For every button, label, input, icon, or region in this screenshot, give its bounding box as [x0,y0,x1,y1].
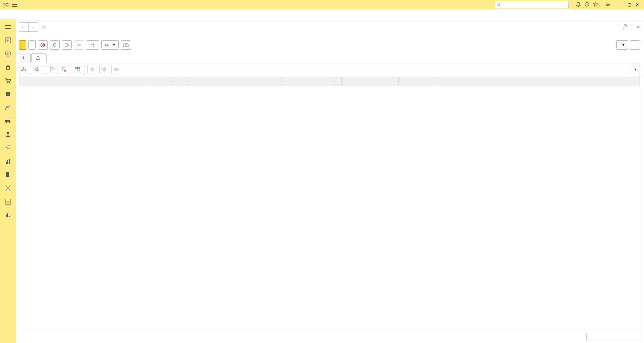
services-button[interactable]: ▸▸▾ [101,40,119,50]
doc-restrict-icon [62,67,66,72]
nav-forward-button[interactable]: → [29,23,38,31]
sub-more-button[interactable]: ▾ [629,65,640,74]
doc-restrict-button[interactable] [59,65,69,74]
svg-line-4 [499,5,500,6]
info-icon: i [23,55,24,60]
post-and-close-button[interactable] [19,40,26,50]
col-restrictions[interactable] [281,77,335,86]
col-center[interactable] [187,77,281,86]
close-page-button[interactable]: ✕ [637,25,640,29]
search-input[interactable] [502,3,567,7]
save-button[interactable] [28,40,36,50]
sidebar-currency-icon[interactable]: ₽ [3,36,13,45]
svg-rect-62 [25,70,26,71]
svg-point-14 [607,5,608,6]
doc-up-button[interactable] [47,65,57,74]
sidebar-cart-icon[interactable] [3,76,13,85]
col-document[interactable] [439,77,640,86]
attach-icon [77,43,81,47]
bell-icon[interactable] [576,2,581,8]
col-vising[interactable] [342,77,399,86]
svg-rect-47 [90,43,94,47]
refresh-data-button[interactable] [31,65,45,74]
sidebar-chart-icon[interactable] [3,103,13,112]
tab-info[interactable]: i [19,53,31,62]
structure-icon-button[interactable] [19,65,29,74]
col-stage[interactable] [150,77,174,86]
export-button[interactable] [62,40,72,50]
sidebar-ruble-icon[interactable]: ₽ [3,49,13,58]
svg-rect-36 [10,173,10,177]
svg-rect-65 [50,68,53,71]
svg-point-12 [606,2,607,3]
data-button[interactable] [71,65,85,74]
nav-back-button[interactable]: ← [19,23,29,31]
svg-rect-32 [6,162,7,164]
app-logo: 1C [3,2,9,7]
sidebar-grid-icon[interactable] [3,89,13,99]
svg-point-29 [6,122,7,123]
svg-rect-40 [7,213,8,217]
status-green-button[interactable] [87,65,97,74]
star-icon[interactable] [593,2,598,8]
camera-icon [123,43,129,47]
structure-table[interactable] [19,77,640,330]
sidebar-truck-icon[interactable] [3,116,13,126]
svg-point-22 [7,82,8,83]
main-menu-icon[interactable] [11,2,18,8]
inner-tabs: i [19,53,640,62]
view-mode-button[interactable] [86,40,99,50]
close-window-button[interactable]: ✕ [633,1,641,8]
sidebar-person-icon[interactable] [3,130,13,139]
help-button[interactable] [630,40,640,50]
favorite-star-icon[interactable]: ☆ [41,23,47,31]
last-modified-input[interactable] [586,333,640,340]
status-red-button[interactable] [99,65,109,74]
svg-point-51 [125,44,127,46]
svg-point-23 [9,82,10,83]
sidebar-dtikt-icon[interactable]: ДтКт [3,143,13,153]
sidebar-star-badge-icon[interactable] [3,197,13,206]
settings-icon[interactable] [605,2,610,8]
col-extra[interactable] [174,77,187,86]
svg-point-5 [578,6,579,7]
history-icon[interactable] [584,2,590,8]
svg-point-30 [9,122,10,123]
play-icon: ▸▸ [105,43,109,47]
kebab-icon[interactable]: ⋮ [630,25,634,29]
attach-button[interactable] [74,40,84,50]
svg-point-75 [102,67,106,71]
camera-button[interactable] [121,40,131,50]
sidebar-stats-icon[interactable] [3,210,13,220]
table-header-row [19,77,640,86]
svg-rect-52 [37,56,39,57]
minimize-button[interactable]: ─ [617,1,625,8]
svg-text:₽: ₽ [7,38,9,42]
svg-point-74 [90,67,94,71]
sidebar-gear-icon[interactable] [3,183,13,193]
refresh-button[interactable] [50,40,60,50]
sidebar-book-icon[interactable] [3,170,13,179]
document-tabs [0,9,644,19]
col-modified[interactable] [399,77,439,86]
tab-structure[interactable] [31,53,47,62]
camera-small-button[interactable] [111,65,121,74]
col-marker[interactable] [335,77,342,86]
svg-text:₽: ₽ [7,52,9,56]
more-button[interactable]: ▾ [616,40,628,50]
svg-point-3 [497,3,500,6]
global-search[interactable] [495,1,569,8]
svg-rect-60 [23,67,24,68]
cancel-post-button[interactable] [38,40,48,50]
sidebar-bag-icon[interactable] [3,62,13,72]
search-icon [497,3,500,7]
link-icon[interactable] [622,24,627,30]
svg-rect-24 [6,92,8,94]
sidebar-bars-icon[interactable] [3,157,13,166]
main-toolbar: ▸▸▾ ▾ [19,40,640,50]
viewmode-icon [90,43,94,47]
svg-rect-55 [39,59,40,60]
maximize-button[interactable]: ▢ [625,1,633,8]
sidebar-menu-icon[interactable] [3,22,13,32]
col-element[interactable] [19,77,150,86]
